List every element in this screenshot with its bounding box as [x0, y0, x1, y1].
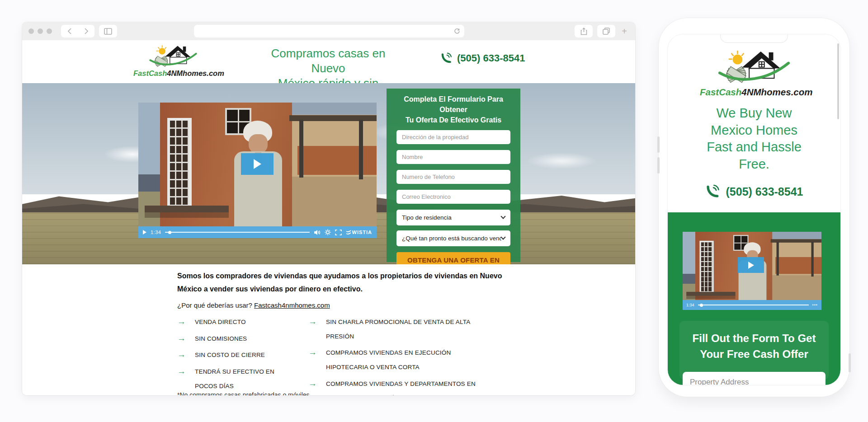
mobile-form-section: 1:34 ••• Fill Out the Form To Get Your F… [668, 212, 840, 385]
header-phone[interactable]: (505) 633-8541 [440, 52, 525, 64]
play-button[interactable] [738, 257, 764, 273]
wistia-logo[interactable]: WISTIA [346, 230, 373, 235]
video-control-bar: 1:34 [138, 226, 377, 238]
window-controls [28, 28, 52, 34]
mobile-page-title: We Buy New Mexico Homes Fast and Hassle … [700, 105, 808, 173]
logo-house-money-icon [148, 43, 198, 68]
hero-section: 1:34 [22, 83, 635, 264]
new-tab-button[interactable]: + [620, 27, 629, 36]
list-item: →COMPRAMOS VIVIENDAS EN EJECUCIÓN HIPOTE… [308, 346, 480, 374]
back-icon[interactable] [67, 28, 72, 35]
video-player[interactable]: 1:34 [138, 103, 377, 238]
list-item: →VENDA DIRECTO [177, 315, 308, 329]
window-minimize-button[interactable] [38, 28, 43, 34]
arrow-icon: → [177, 348, 186, 361]
site-link[interactable]: Fastcash4nmhomes.com [254, 301, 330, 309]
volume-up-button [657, 136, 660, 153]
logo-house-money-icon [716, 47, 792, 85]
video-duration: 1:34 [151, 230, 161, 235]
phone-number[interactable]: (505) 633-8541 [726, 185, 803, 198]
property-address-input[interactable] [396, 130, 510, 144]
forward-icon[interactable] [84, 28, 89, 35]
benefits-column-left: →VENDA DIRECTO →SIN COMISIONES →SIN COST… [177, 315, 308, 395]
phone-icon [440, 52, 452, 64]
list-item: →COMPRAMOS VIVIENDAS Y DEPARTAMENTOS EN … [308, 377, 480, 395]
arrow-icon: → [177, 332, 186, 345]
list-item: →SIN COSTO DE CIERRE [177, 348, 308, 362]
reload-icon[interactable] [454, 28, 460, 34]
list-item: →TENDRÁ SU EFECTIVO EN POCOS DÍAS [177, 365, 308, 393]
list-item: →SIN COMISIONES [177, 332, 308, 346]
tabs-overview-button[interactable] [597, 25, 615, 38]
chevron-down-icon [500, 234, 505, 239]
sell-timeline-select[interactable]: ¿Qué tan pronto está buscando vender? [396, 230, 510, 246]
nav-button-group [61, 25, 94, 38]
tabs-icon [603, 28, 610, 35]
browser-window: + [22, 22, 635, 395]
mobile-site-logo[interactable]: FastCash4NMhomes.com [700, 47, 808, 98]
phone-number[interactable]: (505) 633-8541 [457, 52, 525, 64]
play-icon [748, 262, 754, 269]
mobile-scrollbar[interactable] [837, 43, 839, 119]
video-progress-bar[interactable] [698, 305, 809, 305]
video-menu-icon[interactable]: ••• [812, 303, 818, 307]
volume-icon[interactable] [314, 230, 321, 235]
disclaimer-footnote: *No compramos casas prefabricadas o móvi… [177, 391, 310, 395]
share-icon [580, 28, 587, 35]
phone-notch [720, 34, 788, 43]
name-input[interactable] [396, 150, 510, 164]
sidebar-toggle-button[interactable] [99, 25, 117, 38]
video-duration: 1:34 [686, 303, 694, 307]
email-input[interactable] [396, 190, 510, 204]
url-input[interactable] [194, 25, 454, 38]
content-section: Somos los compradores de viviendas que a… [22, 264, 635, 395]
window-zoom-button[interactable] [47, 28, 52, 34]
fullscreen-icon[interactable] [335, 230, 342, 235]
share-button[interactable] [575, 25, 593, 38]
arrow-icon: → [177, 365, 186, 378]
settings-gear-icon[interactable] [325, 229, 331, 235]
why-line: ¿Por qué deberías usar? Fastcash4nmhomes… [177, 301, 330, 309]
get-cash-offer-button[interactable]: OBTENGA UNA OFERTA EN EFECTIVO [396, 252, 510, 264]
address-bar[interactable] [194, 25, 464, 38]
play-icon [254, 159, 261, 169]
arrow-icon: → [177, 315, 186, 328]
residence-type-select[interactable]: Tipo de residencia [396, 210, 510, 225]
intro-paragraph: Somos los compradores de viviendas que a… [177, 270, 514, 296]
mobile-video-player[interactable]: 1:34 ••• [683, 232, 821, 310]
sidebar-icon [104, 28, 112, 35]
browser-toolbar: + [22, 22, 635, 40]
logo-text: FastCash4NMhomes.com [700, 87, 808, 98]
play-button[interactable] [241, 153, 274, 175]
lead-form-panel: Completa El Formulario Para Obtener Tu O… [387, 89, 520, 262]
logo-text: FastCash4NMhomes.com [133, 69, 213, 78]
phone-icon [705, 184, 720, 199]
benefits-column-right: →SIN CHARLA PROMOCIONAL DE VENTA DE ALTA… [308, 315, 480, 395]
mobile-phone-mockup: FastCash4NMhomes.com We Buy New Mexico H… [659, 18, 849, 397]
benefits-list: →VENDA DIRECTO →SIN COMISIONES →SIN COST… [177, 315, 480, 395]
site-header: FastCash4NMhomes.com Compramos casas en … [22, 40, 635, 83]
mobile-form-heading: Fill Out the Form To Get Your Free Cash … [677, 331, 831, 362]
video-progress-bar[interactable] [165, 232, 309, 233]
arrow-icon: → [308, 346, 317, 359]
arrow-icon: → [308, 377, 317, 390]
volume-down-button [657, 157, 660, 173]
mobile-screen: FastCash4NMhomes.com We Buy New Mexico H… [668, 34, 840, 385]
site-logo[interactable]: FastCash4NMhomes.com [133, 43, 213, 78]
mobile-property-address-input[interactable] [683, 372, 826, 385]
mobile-video-control-bar: 1:34 ••• [683, 300, 821, 310]
mobile-phone-row[interactable]: (505) 633-8541 [668, 184, 840, 199]
video-progress-handle[interactable] [700, 304, 703, 307]
chevron-down-icon [500, 214, 505, 219]
play-control-icon[interactable] [143, 230, 146, 234]
arrow-icon: → [308, 315, 317, 328]
form-heading: Completa El Formulario Para Obtener Tu O… [396, 94, 510, 126]
toolbar-right-group: + [575, 25, 629, 38]
video-progress-handle[interactable] [168, 231, 171, 234]
phone-number-input[interactable] [396, 170, 510, 184]
window-close-button[interactable] [28, 28, 34, 34]
power-button [849, 353, 851, 372]
list-item: →SIN CHARLA PROMOCIONAL DE VENTA DE ALTA… [308, 315, 480, 343]
wistia-mark-icon [346, 230, 351, 235]
